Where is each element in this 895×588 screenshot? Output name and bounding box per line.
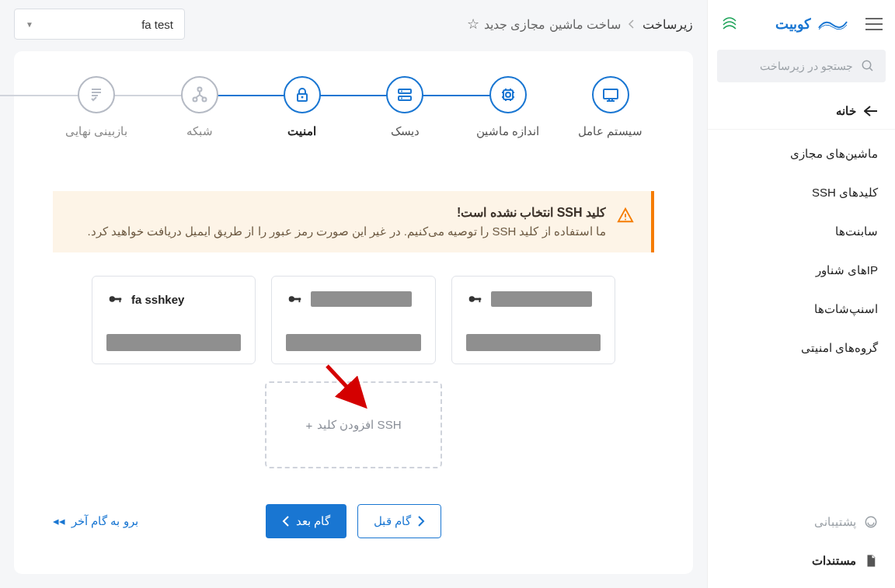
ssh-card[interactable]: fa sshkey	[92, 276, 256, 364]
ssh-key-list: fa sshkey	[14, 276, 693, 364]
svg-rect-3	[503, 90, 513, 99]
ssh-card[interactable]	[271, 276, 435, 364]
brand-name: کوبیت	[775, 16, 811, 33]
sidebar-header: کوبیت	[708, 0, 895, 48]
star-icon[interactable]: ☆	[467, 16, 479, 33]
warning-icon	[617, 207, 634, 224]
svg-rect-17	[120, 298, 121, 303]
svg-point-8	[401, 98, 402, 99]
search-input[interactable]: جستجو در زیرساخت	[717, 50, 886, 82]
skip-link[interactable]: ◂◂ برو به گام آخر	[53, 514, 138, 528]
svg-point-7	[401, 91, 402, 92]
chevron-down-icon: ▼	[26, 20, 33, 29]
plus-icon: +	[306, 419, 313, 432]
ssh-name-placeholder	[311, 291, 412, 307]
nav-item-vms[interactable]: ماشین‌های مجازی	[708, 134, 895, 173]
svg-point-4	[506, 92, 510, 97]
warning-banner: کلید SSH انتخاب نشده است! ما استفاده از …	[53, 191, 654, 252]
step-disk[interactable]: دیسک	[353, 76, 456, 138]
project-select[interactable]: fa test ▼	[14, 9, 185, 40]
svg-rect-6	[399, 96, 411, 100]
svg-rect-5	[399, 89, 411, 93]
warning-text: ما استفاده از کلید SSH را توصیه می‌کنیم.…	[87, 224, 606, 238]
breadcrumb: زیرساخت ساخت ماشین مجازی جدید	[484, 17, 693, 32]
main: زیرساخت ساخت ماشین مجازی جدید ☆ fa test …	[0, 0, 707, 588]
stepper: سیستم عامل اندازه ماشین دیسک	[14, 70, 693, 162]
step-size[interactable]: اندازه ماشین	[456, 76, 559, 138]
search-placeholder: جستجو در زیرساخت	[760, 60, 853, 72]
topbar: زیرساخت ساخت ماشین مجازی جدید ☆ fa test …	[0, 0, 707, 48]
svg-rect-23	[479, 298, 480, 303]
nav-home[interactable]: خانه	[708, 93, 895, 130]
step-security[interactable]: امنیت	[251, 76, 353, 138]
svg-point-11	[197, 88, 201, 92]
wizard-card: سیستم عامل اندازه ماشین دیسک	[14, 51, 693, 574]
key-icon	[286, 291, 303, 308]
ssh-card[interactable]	[451, 276, 615, 364]
nav-docs[interactable]: مستندات	[708, 541, 895, 580]
double-chevron-left-icon: ◂◂	[53, 514, 65, 528]
warning-title: کلید SSH انتخاب نشده است!	[87, 205, 606, 220]
sidebar: کوبیت جستجو در زیرساخت خانه ماشین‌های مج…	[707, 0, 895, 588]
nav-item-security-groups[interactable]: گروه‌های امنیتی	[708, 329, 895, 367]
svg-rect-2	[604, 89, 618, 99]
ssh-fingerprint-placeholder	[466, 334, 601, 351]
hamburger-icon[interactable]	[865, 18, 883, 30]
step-network[interactable]: شبکه	[148, 76, 250, 138]
key-icon	[106, 291, 124, 308]
ssh-fingerprint-placeholder	[106, 334, 241, 351]
brand-logo[interactable]: کوبیت	[775, 16, 848, 33]
add-ssh-key-button[interactable]: + افزودن کلید SSH	[265, 381, 441, 468]
wizard-footer: ◂◂ برو به گام آخر گام بعد گام قبل	[14, 468, 693, 538]
breadcrumb-root[interactable]: زیرساخت	[643, 17, 693, 32]
step-review[interactable]: بازبینی نهایی	[45, 76, 148, 138]
partner-logo	[720, 15, 739, 33]
svg-point-10	[301, 96, 303, 99]
svg-point-14	[625, 219, 626, 221]
step-os[interactable]: سیستم عامل	[559, 76, 662, 138]
nav-item-snapshots[interactable]: اسنپ‌شات‌ها	[708, 290, 895, 329]
next-button[interactable]: گام بعد	[266, 504, 347, 538]
nav-item-floating-ips[interactable]: IPهای شناور	[708, 251, 895, 290]
nav-item-sshkeys[interactable]: کلیدهای SSH	[708, 173, 895, 212]
ssh-name-placeholder	[491, 291, 592, 307]
ssh-fingerprint-placeholder	[286, 334, 420, 351]
breadcrumb-current: ساخت ماشین مجازی جدید	[484, 17, 621, 32]
nav-support[interactable]: پشتیبانی	[708, 503, 895, 541]
key-icon	[466, 291, 483, 308]
chevron-left-icon	[629, 19, 635, 29]
prev-button[interactable]: گام قبل	[357, 504, 441, 538]
svg-point-0	[862, 61, 871, 69]
nav-item-subnets[interactable]: سابنت‌ها	[708, 212, 895, 251]
svg-rect-20	[299, 298, 301, 303]
